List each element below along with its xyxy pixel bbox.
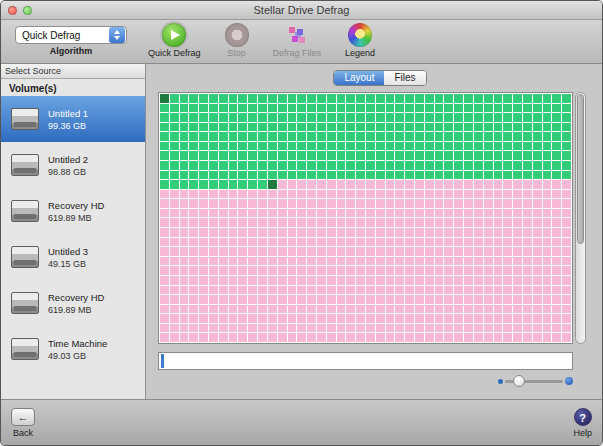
toolbar-buttons: Quick Defrag Stop Defrag Files Legend — [136, 20, 387, 58]
source-sidebar: Select Source Volume(s) Untitled 1 99.36… — [1, 64, 146, 399]
scrollbar-thumb[interactable] — [577, 94, 584, 244]
window-title: Stellar Drive Defrag — [1, 4, 602, 16]
legend-button-label: Legend — [345, 48, 375, 58]
volume-list-item[interactable]: Recovery HD 619.89 MB — [1, 280, 145, 326]
defrag-files-button-label: Defrag Files — [273, 48, 322, 58]
zoom-in-icon[interactable] — [565, 377, 573, 385]
drive-icon — [11, 154, 39, 176]
back-arrow-icon: ← — [11, 408, 35, 426]
legend-button[interactable]: Legend — [345, 23, 375, 58]
volume-size: 619.89 MB — [48, 305, 105, 315]
stop-icon — [225, 23, 249, 47]
defrag-files-icon — [285, 23, 309, 47]
volume-name: Recovery HD — [48, 200, 105, 211]
volume-name: Untitled 3 — [48, 246, 88, 257]
defrag-grid[interactable] — [158, 92, 573, 344]
app-window: Stellar Drive Defrag Quick Defrag Algori… — [0, 0, 603, 446]
volume-name: Time Machine — [48, 338, 107, 349]
bottom-bar: ← Back ? Help — [1, 399, 602, 445]
back-button-label: Back — [13, 428, 33, 438]
volume-size: 98.88 GB — [48, 167, 88, 177]
quick-defrag-button[interactable]: Quick Defrag — [148, 23, 201, 58]
volume-size: 619.89 MB — [48, 213, 105, 223]
drive-icon — [11, 200, 39, 222]
quick-defrag-button-label: Quick Defrag — [148, 48, 201, 58]
defrag-files-button[interactable]: Defrag Files — [273, 23, 322, 58]
zoom-slider[interactable] — [505, 380, 563, 383]
overview-position-indicator — [161, 354, 164, 368]
vertical-scrollbar[interactable] — [575, 92, 586, 344]
algorithm-label: Algorithm — [50, 46, 93, 56]
stop-button[interactable]: Stop — [225, 23, 249, 58]
zoom-slider-thumb[interactable] — [513, 375, 525, 387]
volume-list-item[interactable]: Untitled 1 99.36 GB — [1, 96, 145, 142]
defrag-main-panel: Layout Files — [146, 64, 602, 399]
back-button[interactable]: ← Back — [11, 408, 35, 438]
volume-list-item[interactable]: Untitled 2 98.88 GB — [1, 142, 145, 188]
volume-size: 99.36 GB — [48, 121, 88, 131]
tab-files[interactable]: Files — [384, 71, 425, 85]
algorithm-selected-value: Quick Defrag — [16, 30, 80, 41]
volumes-group-label: Volume(s) — [1, 79, 145, 96]
drive-icon — [11, 292, 39, 314]
legend-color-wheel-icon — [348, 23, 372, 47]
title-bar: Stellar Drive Defrag — [1, 1, 602, 20]
drive-icon — [11, 108, 39, 130]
drive-icon — [11, 338, 39, 360]
play-icon — [162, 23, 186, 47]
volume-list-item[interactable]: Recovery HD 619.89 MB — [1, 188, 145, 234]
view-tabs: Layout Files — [333, 70, 426, 86]
content-area: Select Source Volume(s) Untitled 1 99.36… — [1, 64, 602, 399]
zoom-out-icon[interactable] — [498, 379, 503, 384]
stop-button-label: Stop — [227, 48, 246, 58]
select-stepper-icon — [109, 27, 125, 43]
volume-size: 49.03 GB — [48, 351, 107, 361]
select-source-header: Select Source — [1, 64, 145, 79]
toolbar: Quick Defrag Algorithm Quick Defrag Stop… — [1, 20, 602, 64]
zoom-control — [158, 377, 573, 385]
volume-name: Recovery HD — [48, 292, 105, 303]
drive-icon — [11, 246, 39, 268]
volume-list-item[interactable]: Untitled 3 49.15 GB — [1, 234, 145, 280]
algorithm-group: Quick Defrag Algorithm — [1, 20, 136, 56]
overview-strip[interactable] — [158, 352, 573, 370]
volume-name: Untitled 1 — [48, 108, 88, 119]
volume-list-item[interactable]: Time Machine 49.03 GB — [1, 326, 145, 372]
help-button[interactable]: ? Help — [573, 408, 592, 438]
volume-name: Untitled 2 — [48, 154, 88, 165]
algorithm-select[interactable]: Quick Defrag — [15, 26, 127, 44]
help-button-label: Help — [573, 428, 592, 438]
volume-size: 49.15 GB — [48, 259, 88, 269]
tab-layout[interactable]: Layout — [334, 71, 384, 85]
help-question-icon: ? — [574, 408, 592, 426]
